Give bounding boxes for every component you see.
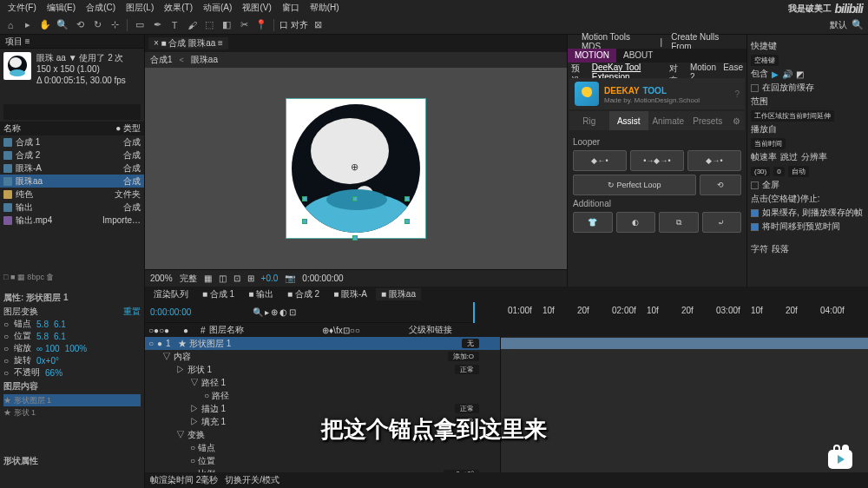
layer-row[interactable]: ▷ 描边 1正常	[145, 402, 500, 415]
layer-row[interactable]: ▽ 内容添加:O	[145, 350, 500, 363]
anchor-x[interactable]: 5.8	[36, 320, 49, 329]
anchor-y[interactable]: 6.1	[54, 320, 66, 329]
fullscreen-checkbox[interactable]	[751, 181, 759, 189]
project-item[interactable]: 纯色文件夹	[0, 188, 144, 201]
fr-val[interactable]: (30)	[751, 167, 770, 176]
video-icon[interactable]: ▶	[772, 69, 779, 79]
rotate-tool-icon[interactable]: ↻	[90, 18, 104, 32]
brush-tool-icon[interactable]: 🖌	[185, 18, 199, 32]
canvas[interactable]: ⊕	[286, 99, 425, 238]
search-icon[interactable]: 🔍	[253, 307, 263, 317]
project-item[interactable]: 眼珠aa合成	[0, 175, 144, 188]
col-name[interactable]: 名称	[3, 122, 115, 135]
orbit-tool-icon[interactable]: ⟲	[73, 18, 87, 32]
menu-edit[interactable]: 编辑(E)	[43, 2, 80, 14]
scale-y[interactable]: 100%	[65, 344, 88, 353]
tl-tab[interactable]: ■ 眼珠-A	[328, 288, 372, 300]
handle[interactable]	[352, 235, 358, 241]
layer-row[interactable]: ○●1★ 形状图层 1无	[145, 337, 500, 350]
circle-button[interactable]: ◐	[616, 212, 656, 233]
selection-tool-icon[interactable]: ▸	[21, 18, 35, 32]
col-layer[interactable]: 图层名称	[206, 324, 319, 336]
text-tool-icon[interactable]: T	[168, 18, 181, 32]
handle[interactable]	[302, 219, 307, 224]
clone-tool-icon[interactable]: ⬚	[202, 18, 216, 32]
pen-tool-icon[interactable]: ✒	[150, 18, 164, 32]
project-search[interactable]	[3, 104, 141, 120]
playhead[interactable]	[473, 302, 475, 323]
subtab[interactable]: Motion 2	[690, 63, 716, 76]
layer-row[interactable]: ▽ 路径 1	[145, 376, 500, 389]
para-tab[interactable]: 段落	[772, 243, 789, 255]
snap-toggle[interactable]: 口 对齐	[279, 19, 308, 31]
snap-opts-icon[interactable]: ⊠	[312, 18, 326, 32]
tl-icon[interactable]: ⊕	[271, 307, 278, 317]
opt1-checkbox[interactable]	[751, 209, 759, 217]
handle[interactable]	[352, 196, 358, 201]
project-item[interactable]: 合成 2合成	[0, 148, 144, 162]
handle[interactable]	[302, 196, 307, 201]
resolution[interactable]: 完整	[180, 273, 197, 285]
hand-tool-icon[interactable]: ✋	[38, 18, 52, 32]
puppet-tool-icon[interactable]: 📍	[254, 18, 268, 32]
zoom-tool-icon[interactable]: 🔍	[56, 18, 69, 32]
project-tab[interactable]: 项目 ≡	[0, 35, 144, 49]
roto-tool-icon[interactable]: ✂	[237, 18, 251, 32]
eraser-tool-icon[interactable]: ◧	[220, 18, 233, 32]
rig-tab[interactable]: Rig	[569, 111, 609, 130]
menu-view[interactable]: 视图(V)	[238, 2, 275, 14]
tl-tab[interactable]: 渲染队列	[148, 288, 194, 300]
perfect-loop-button[interactable]: ↻ Perfect Loop	[573, 175, 696, 195]
home-icon[interactable]: ⌂	[3, 18, 17, 32]
reset-button[interactable]: 重置	[123, 306, 141, 318]
menu-help[interactable]: 帮助(H)	[306, 2, 344, 14]
audio-icon[interactable]: 🔊	[782, 69, 792, 79]
comp-tab[interactable]: × ■ 合成 眼珠aa ≡	[148, 37, 228, 49]
skip-val[interactable]: 0	[773, 167, 784, 176]
timecode[interactable]: 0:00:00:00	[302, 274, 343, 283]
layer-row[interactable]: ○ 路径	[145, 389, 500, 402]
about-tab[interactable]: ABOUT	[616, 49, 660, 63]
mask-icon[interactable]: ⊡	[233, 274, 240, 283]
loop-opt-button[interactable]: ⟲	[700, 175, 742, 195]
project-item[interactable]: 合成 1合成	[0, 135, 144, 148]
blob-button[interactable]: 👕	[573, 212, 613, 233]
toggle-switches[interactable]: 切换开关/模式	[225, 474, 279, 486]
char-tab[interactable]: 字符	[751, 243, 768, 255]
motion-tab[interactable]: MOTION	[568, 49, 616, 63]
time-ruler[interactable]: 01:00f10f20f02:00f10f20f03:00f10f20f04:0…	[473, 302, 868, 323]
col-parent[interactable]: 父级和链接	[405, 324, 457, 336]
project-footer[interactable]: □ ■ ▦ 8bpc 🗑	[0, 271, 144, 287]
subtab[interactable]: Ease	[723, 63, 743, 76]
flip-button[interactable]: ⤾	[702, 212, 742, 233]
tl-icon[interactable]: ▸	[265, 307, 269, 317]
menu-comp[interactable]: 合成(C)	[82, 2, 120, 14]
spacebar-select[interactable]: 空格键	[751, 55, 779, 66]
opt2-checkbox[interactable]	[751, 223, 759, 231]
mode-dd[interactable]: 正常	[455, 365, 479, 374]
project-item[interactable]: 输出.mp4Importe…	[0, 214, 144, 227]
workarea-select[interactable]: 工作区域按当前时间延伸	[751, 110, 834, 122]
tl-icon[interactable]: ◐	[279, 307, 287, 317]
help-icon[interactable]: ?	[734, 89, 740, 99]
subtab[interactable]: 预设	[571, 63, 585, 76]
crumb[interactable]: 眼珠aa	[191, 54, 218, 66]
track-area[interactable]	[501, 337, 868, 472]
parent-dd[interactable]: 无	[462, 339, 479, 348]
menu-window[interactable]: 窗口	[278, 2, 304, 14]
tl-tab[interactable]: ■ 合成 1	[197, 288, 240, 300]
transform-label[interactable]: 图层变换	[3, 306, 38, 318]
menu-file[interactable]: 文件(F)	[3, 2, 41, 14]
copy-button[interactable]: ⧉	[659, 212, 699, 233]
layer-bar[interactable]	[501, 338, 868, 349]
grid-icon[interactable]: ▦	[204, 274, 212, 283]
curtime-select[interactable]: 当前时间	[751, 138, 786, 149]
res-val[interactable]: 自动	[788, 166, 809, 177]
menu-layer[interactable]: 图层(L)	[122, 2, 158, 14]
workspace-default[interactable]: 默认	[830, 19, 847, 31]
search-icon[interactable]: 🔍	[851, 18, 865, 32]
mode-dd[interactable]: 正常	[455, 404, 479, 413]
scale-x[interactable]: ∞ 100	[36, 344, 60, 353]
viewport[interactable]: ⊕	[145, 68, 567, 269]
anchor-icon[interactable]: ⊕	[351, 162, 358, 173]
